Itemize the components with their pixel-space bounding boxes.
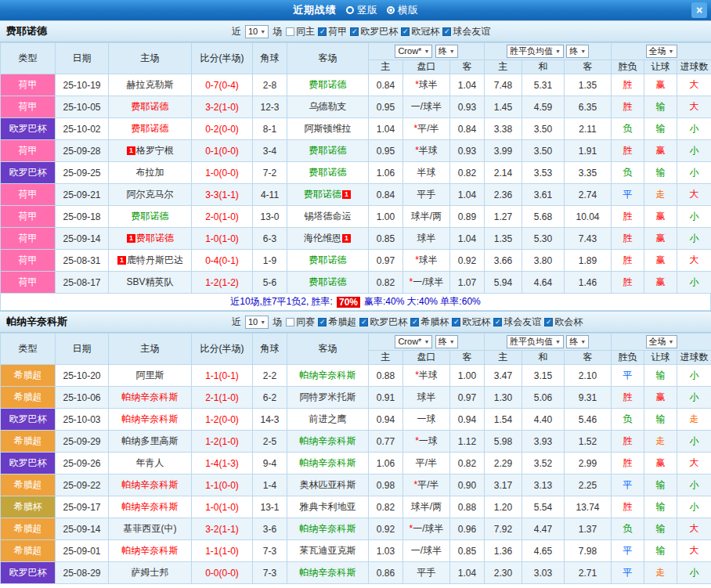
filter-checkbox-球会友谊[interactable]: ✓球会友谊: [442, 25, 490, 38]
team-name: 赫拉克勒斯: [127, 79, 174, 90]
team-name: 阿里斯: [136, 370, 164, 381]
filter-checkbox-欧罗巴杯[interactable]: ✓欧罗巴杯: [359, 316, 407, 329]
euro-time-select[interactable]: 终▼: [566, 335, 589, 348]
match-date: 25-09-01: [56, 540, 109, 562]
close-button[interactable]: ×: [691, 2, 707, 18]
home-team-cell: 费耶诺德: [109, 96, 192, 118]
corner-score: 3-6: [253, 518, 287, 540]
col-type: 类型: [1, 43, 56, 74]
filter-checkbox-欧冠杯[interactable]: ✓欧冠杯: [452, 316, 490, 329]
asian-handicap: *半球: [403, 365, 450, 387]
match-score: 0-0(0-0): [192, 562, 253, 584]
col-euro-draw: 和: [522, 60, 565, 74]
home-team-cell: 1格罗宁根: [109, 140, 192, 162]
euro-draw-odds: 4.59: [522, 96, 565, 118]
match-score: 1-2(1-0): [192, 431, 253, 453]
euro-home-odds: 5.94: [485, 272, 522, 294]
euro-odds-select[interactable]: 胜平负均值▼: [507, 45, 564, 58]
checkbox-icon: [286, 318, 294, 326]
layout-option-vertical[interactable]: 竖版: [346, 3, 377, 17]
handicap-star-marker: *: [413, 123, 417, 134]
records-table: 类型 日期 主场 比分(半场) 角球 客场 Crow*▼ 终▼ 胜平负均值▼ 终…: [0, 42, 711, 294]
away-team-cell: 帕纳辛奈科斯: [287, 453, 369, 474]
asian-handicap: *球半: [403, 250, 450, 272]
euro-draw-odds: 3.52: [522, 453, 565, 474]
away-team-cell: 海伦维恩1: [287, 228, 369, 250]
result-handicap: 赢: [644, 453, 677, 474]
checkbox-label: 欧会杯: [554, 316, 583, 329]
home-team-cell: 帕纳辛奈科斯: [109, 540, 192, 562]
checkbox-label: 欧罗巴杯: [370, 316, 407, 329]
team-name-title: 费耶诺德: [6, 24, 232, 38]
asian-odds-group: Crow*▼ 终▼: [369, 43, 485, 60]
checkbox-checked-icon: ✓: [544, 318, 553, 326]
asian-home-odds: 0.85: [369, 228, 403, 250]
odds-company-select[interactable]: Crow*▼: [395, 335, 432, 348]
corner-score: 3-4: [253, 140, 287, 162]
col-asian-home: 主: [369, 351, 403, 365]
dropdown-arrow-icon: ▼: [449, 337, 455, 347]
checkbox-checked-icon: ✓: [410, 318, 419, 326]
layout-option-horizontal[interactable]: 横版: [387, 3, 418, 17]
asian-away-odds: 1.04: [450, 74, 485, 96]
corner-score: 7-2: [253, 162, 287, 184]
col-home: 主场: [109, 43, 192, 74]
result-handicap: 输: [644, 540, 677, 562]
league-badge: 希腊杯: [1, 496, 56, 518]
result-goals: 小: [677, 206, 711, 228]
odds-time-select[interactable]: 终▼: [435, 45, 458, 58]
home-team-cell: 阿里斯: [109, 365, 192, 387]
filter-checkbox-欧罗巴杯[interactable]: ✓欧罗巴杯: [350, 25, 398, 38]
checkbox-label: 希腊杯: [420, 316, 449, 329]
filter-checkbox-希腊超[interactable]: ✓希腊超: [318, 316, 356, 329]
euro-time-select[interactable]: 终▼: [566, 45, 589, 58]
euro-away-odds: 1.91: [565, 140, 612, 162]
asian-away-odds: 0.90: [450, 474, 485, 496]
euro-away-odds: 6.35: [565, 96, 612, 118]
odds-time-select[interactable]: 终▼: [435, 335, 458, 348]
odds-company-select[interactable]: Crow*▼: [395, 45, 432, 58]
scope-select[interactable]: 全场▼: [646, 335, 677, 348]
asian-away-odds: 1.00: [450, 365, 485, 387]
match-date: 25-08-17: [56, 272, 109, 294]
match-row: 希腊超25-09-01帕纳辛奈科斯1-1(1-0)7-3莱瓦迪亚克斯1.03一/…: [1, 540, 711, 562]
result-handicap: 输: [644, 474, 677, 496]
match-date: 25-10-05: [56, 96, 109, 118]
filter-checkbox-欧会杯[interactable]: ✓欧会杯: [544, 316, 583, 329]
corner-score: 1-9: [253, 250, 287, 272]
team-section-panathinaikos: 帕纳辛奈科斯 近 10▼ 场 同赛✓希腊超✓欧罗巴杯✓希腊杯✓欧冠杯✓球会友谊✓…: [0, 311, 711, 584]
euro-away-odds: 1.46: [565, 272, 612, 294]
corner-score: 12-3: [253, 96, 287, 118]
euro-away-odds: 13.74: [565, 496, 612, 518]
filter-checkbox-同主[interactable]: 同主: [286, 25, 315, 38]
checkbox-label: 球会友谊: [453, 25, 490, 38]
radio-label: 竖版: [357, 3, 377, 17]
team-name: 奥林匹亚科斯: [300, 479, 356, 490]
euro-away-odds: 5.46: [565, 409, 612, 431]
euro-odds-select[interactable]: 胜平负均值▼: [507, 335, 564, 348]
team-name: 雅典卡利地亚: [300, 501, 356, 512]
team-name: 费耶诺德: [132, 123, 169, 134]
filter-checkbox-希腊杯[interactable]: ✓希腊杯: [410, 316, 449, 329]
scope-select[interactable]: 全场▼: [646, 45, 677, 58]
asian-home-odds: 0.86: [369, 562, 403, 584]
topbar-center: 近期战绩 竖版横版: [0, 3, 711, 17]
team-name: 帕纳辛奈科斯: [122, 391, 179, 402]
team-name: 费耶诺德: [132, 101, 169, 112]
filter-checkbox-荷甲[interactable]: ✓荷甲: [318, 25, 347, 38]
result-wdl: 胜: [612, 496, 644, 518]
match-count-select[interactable]: 10▼: [245, 25, 269, 38]
asian-away-odds: 0.89: [450, 206, 485, 228]
asian-home-odds: 1.00: [369, 206, 403, 228]
result-goals: 大: [677, 540, 711, 562]
result-wdl: 负: [612, 162, 644, 184]
filter-checkbox-同赛[interactable]: 同赛: [286, 316, 315, 329]
filter-checkbox-球会友谊[interactable]: ✓球会友谊: [493, 316, 541, 329]
match-count-select[interactable]: 10▼: [245, 316, 269, 329]
euro-draw-odds: 4.64: [522, 272, 565, 294]
red-card-badge: 1: [342, 234, 351, 243]
result-handicap: 输: [644, 162, 677, 184]
match-score: 1-1(1-0): [192, 540, 253, 562]
filter-checkbox-欧冠杯[interactable]: ✓欧冠杯: [401, 25, 439, 38]
team-name: 帕纳辛奈科斯: [122, 501, 179, 512]
